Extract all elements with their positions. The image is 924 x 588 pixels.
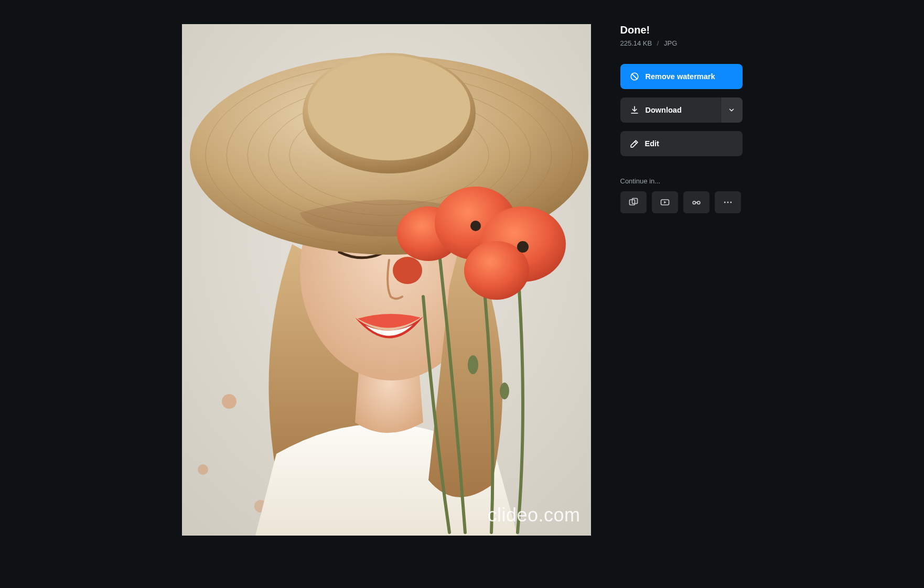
svg-marker-27	[664, 201, 666, 204]
download-label: Download	[646, 106, 682, 114]
svg-line-23	[632, 74, 637, 79]
glasses-icon	[691, 197, 702, 208]
svg-point-13	[468, 355, 478, 374]
edit-button[interactable]: Edit	[620, 131, 743, 156]
svg-point-2	[198, 464, 208, 475]
remove-watermark-button[interactable]: Remove watermark	[620, 64, 743, 89]
svg-point-14	[500, 383, 509, 399]
continue-video-button[interactable]	[652, 191, 678, 213]
svg-point-31	[727, 202, 728, 203]
svg-point-20	[470, 221, 481, 231]
continue-glasses-button[interactable]	[683, 191, 710, 213]
continue-toolbar	[620, 191, 743, 213]
download-options-button[interactable]	[721, 97, 743, 123]
chevron-down-icon	[728, 106, 735, 114]
watermark-text: clideo.com	[487, 504, 580, 526]
file-meta: 225.14 KB / JPG	[620, 39, 743, 47]
layers-icon	[628, 197, 639, 208]
svg-point-1	[222, 394, 237, 409]
file-size: 225.14 KB	[620, 39, 652, 47]
download-button[interactable]: Download	[620, 97, 721, 123]
sidebar: Done! 225.14 KB / JPG Remove watermark	[620, 24, 743, 536]
edit-label: Edit	[645, 139, 659, 148]
svg-point-32	[730, 202, 732, 203]
continue-more-button[interactable]	[715, 191, 741, 213]
meta-separator: /	[657, 39, 659, 47]
download-split-button: Download	[620, 97, 743, 123]
continue-layers-button[interactable]	[620, 191, 647, 213]
video-icon	[660, 197, 670, 208]
status-title: Done!	[620, 24, 743, 36]
download-icon	[630, 105, 639, 115]
file-format: JPG	[664, 39, 677, 47]
continue-label: Continue in...	[620, 177, 743, 185]
pencil-icon	[630, 139, 639, 148]
no-sign-icon	[630, 72, 639, 81]
more-icon	[723, 197, 733, 208]
svg-point-12	[308, 56, 470, 160]
image-preview: clideo.com	[182, 24, 591, 536]
svg-point-30	[724, 202, 725, 203]
svg-point-21	[517, 241, 529, 253]
svg-point-19	[393, 257, 422, 284]
remove-watermark-label: Remove watermark	[646, 72, 715, 81]
